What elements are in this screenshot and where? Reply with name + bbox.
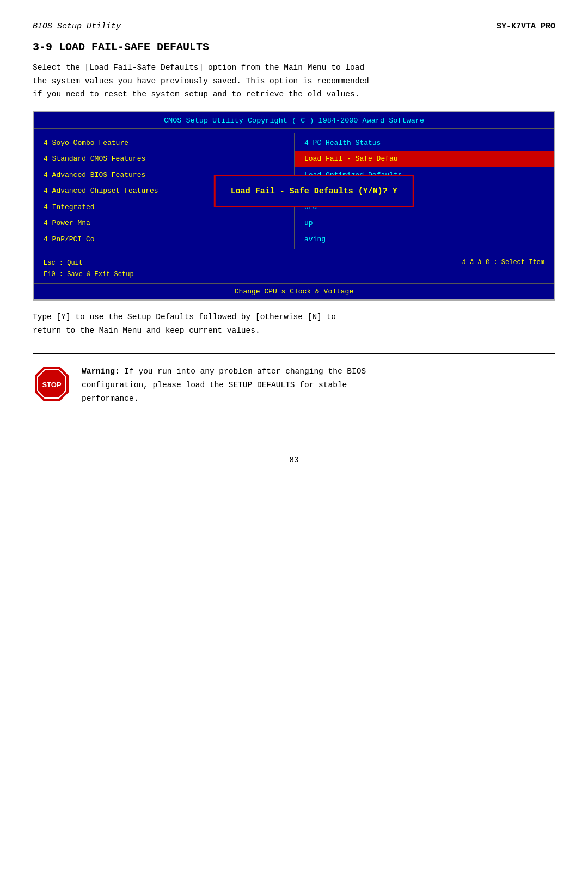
warning-body: If you run into any problem after changi… (82, 367, 366, 402)
intro-text: Select the [Load Fail-Safe Defaults] opt… (33, 61, 555, 101)
stop-icon: STOP (33, 365, 71, 406)
bios-bottom-text: Change CPU s Clock & Voltage (235, 287, 353, 296)
bios-bottom-bar: Change CPU s Clock & Voltage (34, 283, 554, 299)
post-line-2: return to the Main Menu and keep current… (33, 326, 260, 335)
bios-item-power[interactable]: 4 Power Mna (34, 215, 294, 231)
header-right: SY-K7VTA PRO (497, 22, 555, 31)
warning-text: Warning: If you run into any problem aft… (82, 365, 366, 405)
bios-item-up[interactable]: up (295, 215, 554, 231)
intro-line-2: the system values you have previously sa… (33, 77, 369, 85)
bios-footer-f10: F10 : Save & Exit Setup (44, 269, 134, 280)
page-header: BIOS Setup Utility SY-K7VTA PRO (33, 22, 555, 31)
bios-footer-esc: Esc : Quit (44, 258, 134, 268)
intro-line-3: if you need to reset the system setup an… (33, 90, 359, 99)
bios-footer: Esc : Quit F10 : Save & Exit Setup á â à… (34, 254, 554, 283)
section-title: 3-9 LOAD FAIL-SAFE DEFAULTS (33, 41, 555, 53)
warning-section: STOP Warning: If you run into any proble… (33, 365, 555, 406)
bios-item-soyo[interactable]: 4 Soyo Combo Feature (34, 135, 294, 151)
post-text: Type [Y] to use the Setup Defaults follo… (33, 310, 555, 337)
page-footer: 83 (33, 450, 555, 464)
svg-text:STOP: STOP (42, 381, 61, 389)
bios-item-standard[interactable]: 4 Standard CMOS Features (34, 151, 294, 167)
bios-footer-left: Esc : Quit F10 : Save & Exit Setup (44, 258, 134, 280)
header-left: BIOS Setup Utility (33, 22, 121, 31)
bios-item-load-failsafe[interactable]: Load Fail - Safe Defau (295, 151, 554, 167)
warning-label: Warning: (82, 367, 120, 376)
bios-item-pnp[interactable]: 4 PnP/PCI Co (34, 231, 294, 248)
bios-menu: 4 Soyo Combo Feature 4 Standard CMOS Fea… (34, 129, 554, 254)
divider-top (33, 353, 555, 354)
bios-item-aving[interactable]: aving (295, 231, 554, 248)
bios-screen: CMOS Setup Utility Copyright ( C ) 1984-… (33, 111, 555, 301)
post-line-1: Type [Y] to use the Setup Defaults follo… (33, 313, 336, 321)
page-number: 83 (290, 456, 299, 464)
bios-dialog[interactable]: Load Fail - Safe Defaults (Y/N)? Y (214, 175, 414, 207)
bios-item-pc-health[interactable]: 4 PC Health Status (295, 135, 554, 151)
intro-line-1: Select the [Load Fail-Safe Defaults] opt… (33, 63, 364, 72)
bios-title-bar: CMOS Setup Utility Copyright ( C ) 1984-… (34, 112, 554, 129)
bios-title-text: CMOS Setup Utility Copyright ( C ) 1984-… (164, 117, 424, 125)
divider-bottom (33, 417, 555, 417)
bios-dialog-text: Load Fail - Safe Defaults (Y/N)? Y (231, 187, 397, 196)
bios-footer-right: á â à ß : Select Item (462, 259, 544, 266)
